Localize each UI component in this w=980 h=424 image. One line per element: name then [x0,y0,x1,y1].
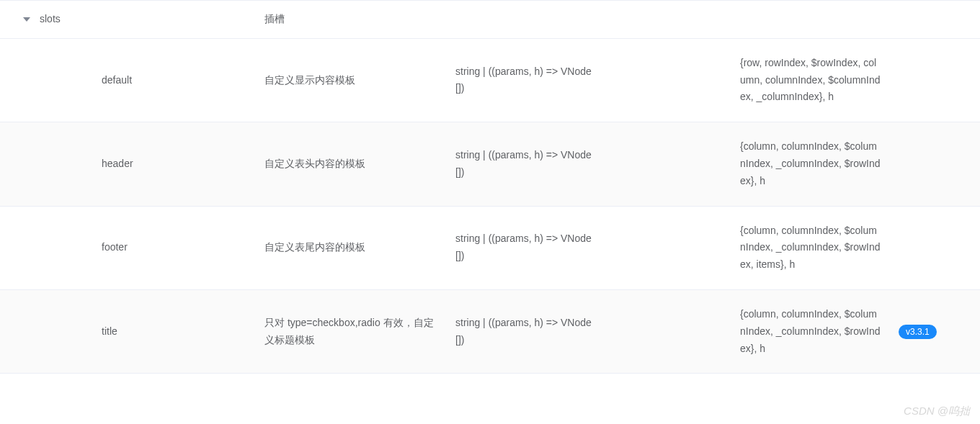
prop-desc: 自定义表尾内容的模板 [256,239,447,256]
api-table: slots 插槽 default 自定义显示内容模板 string | ((pa… [0,0,980,374]
prop-name: slots [40,11,256,28]
prop-name: header [40,155,256,173]
version-badge: v3.3.1 [899,325,937,339]
expand-toggle[interactable] [0,17,40,22]
prop-params: {row, rowIndex, $rowIndex, column, colum… [731,55,890,106]
table-row[interactable]: title 只对 type=checkbox,radio 有效，自定义标题模板 … [0,290,980,374]
table-row[interactable]: footer 自定义表尾内容的模板 string | ((params, h) … [0,207,980,290]
chevron-down-icon [23,17,30,22]
table-row[interactable]: default 自定义显示内容模板 string | ((params, h) … [0,39,980,122]
prop-type: string | ((params, h) => VNode[]) [447,230,602,265]
prop-type: string | ((params, h) => VNode[]) [447,63,602,98]
prop-name: footer [40,239,256,256]
prop-params: {column, columnIndex, $columnIndex, _col… [731,222,890,274]
prop-desc: 自定义表头内容的模板 [256,155,447,173]
prop-params: {column, columnIndex, $columnIndex, _col… [731,138,890,189]
prop-desc: 自定义显示内容模板 [256,72,447,89]
table-row[interactable]: header 自定义表头内容的模板 string | ((params, h) … [0,122,980,206]
prop-desc: 插槽 [256,11,447,28]
prop-desc: 只对 type=checkbox,radio 有效，自定义标题模板 [256,315,447,349]
prop-name: default [40,72,256,89]
table-row-slots[interactable]: slots 插槽 [0,0,980,39]
prop-type: string | ((params, h) => VNode[]) [447,147,602,181]
prop-name: title [40,323,256,340]
prop-type: string | ((params, h) => VNode[]) [447,315,602,349]
prop-version: v3.3.1 [890,325,958,339]
prop-params: {column, columnIndex, $columnIndex, _col… [731,306,890,357]
